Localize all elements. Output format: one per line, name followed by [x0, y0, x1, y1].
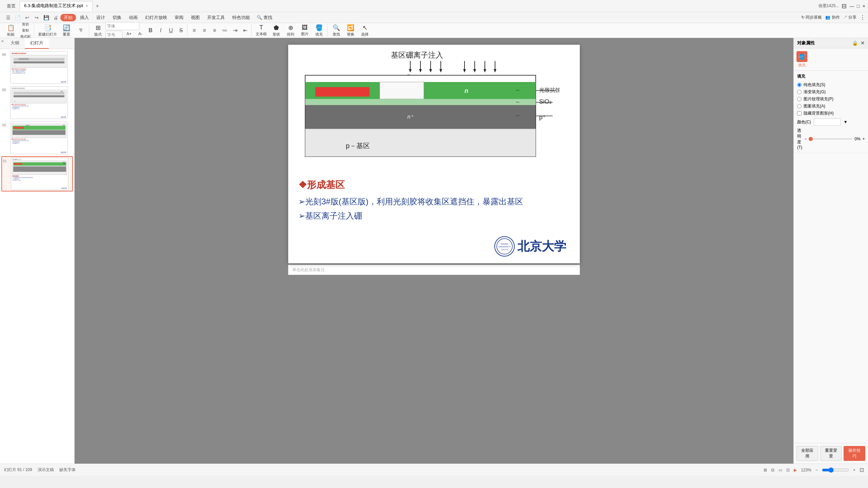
menu-insert[interactable]: 插入 — [77, 13, 92, 22]
undo-icon[interactable]: ↩ — [23, 14, 31, 22]
share-btn[interactable]: ↗ 分享 — [843, 15, 856, 20]
home-tab[interactable]: 首页 — [3, 2, 20, 11]
view-normal-btn[interactable]: ⊞ — [764, 468, 767, 472]
close-btn[interactable]: × — [863, 3, 865, 9]
arrange-btn[interactable]: ⊕ 排列 — [284, 24, 297, 37]
underline-btn[interactable]: U — [166, 26, 176, 35]
transparency-plus[interactable]: + — [863, 137, 865, 141]
section-btn[interactable]: 节 — [74, 24, 87, 37]
rp-fill-btn[interactable]: 🪣 填充 — [796, 51, 807, 68]
zoom-slider[interactable] — [822, 467, 849, 473]
redo-icon[interactable]: ↪ — [33, 14, 41, 22]
minimize-btn[interactable]: — — [849, 3, 854, 9]
paste-btn[interactable]: 📋 粘贴 — [4, 24, 18, 37]
slide-thumb-89[interactable]: 89 形成磷向氧化物阻蚀区 p SiN₄ ◆形成磷向氧化物阻蚀区 ➢大量光刻, … — [1, 86, 73, 120]
menu-start[interactable]: 开始 — [60, 14, 76, 21]
bold-btn[interactable]: B — [146, 26, 155, 35]
file-tab[interactable]: 6.3-集成电路制造工艺技术.ppt × — [20, 1, 93, 11]
view-outline-btn[interactable]: ⊟ — [771, 468, 774, 472]
font-name-input[interactable] — [105, 22, 139, 30]
reset-btn[interactable]: 🔄 重置 — [60, 24, 73, 37]
slide-thumb-91[interactable]: 91 基区硼离子注入 p-基区 — [1, 156, 73, 191]
transparency-slider[interactable] — [809, 138, 852, 140]
select-btn[interactable]: ↖ 选择 — [358, 24, 372, 37]
textbox-btn[interactable]: T 文本框 — [254, 24, 269, 37]
save-icon[interactable]: 💾 — [42, 14, 50, 22]
slide-preview-90: p-基区 SiO₂ 光致基板 ◆形成磷向氧化物阻蚀区 ➢大量光刻, 叠片进入氧化… — [10, 122, 68, 154]
slide-notes[interactable]: 单击此处添加备注 — [288, 265, 580, 275]
menu-review[interactable]: 审阅 — [171, 13, 187, 22]
presentation-mode[interactable]: 演示文稿 — [38, 467, 54, 473]
list-btn[interactable]: ≔ — [220, 26, 230, 35]
replace-btn[interactable]: 🔁 替换 — [344, 24, 357, 37]
align-center-btn[interactable]: ≡ — [200, 26, 209, 35]
apply-all-btn[interactable]: 全部应用 — [796, 446, 818, 461]
solid-fill-option[interactable]: 纯色填充(S) — [797, 82, 865, 88]
hide-bg-option[interactable]: 隐藏背景图形(H) — [797, 110, 865, 116]
hide-bg-checkbox[interactable] — [797, 111, 802, 116]
maximize-btn[interactable]: □ — [857, 3, 860, 9]
increase-indent-btn[interactable]: ⇥ — [230, 26, 240, 35]
pattern-fill-option[interactable]: 图案填充(A) — [797, 103, 865, 109]
slide-thumb-88[interactable]: 88 ◆形成磷向氧化物阻蚀区 p ◆形成磷向氧化物阻蚀区 ➢添加一层氮化硅, 厚… — [1, 50, 73, 84]
collab-btn[interactable]: 👥 协作 — [825, 15, 840, 20]
gradient-fill-option[interactable]: 渐变填充(G) — [797, 89, 865, 95]
copy-btn[interactable]: 复制 — [18, 28, 33, 33]
missing-font[interactable]: 缺失字体 — [59, 467, 76, 473]
zoom-out-btn[interactable]: − — [815, 468, 818, 472]
sync-btn[interactable]: ↻ 同步算账 — [801, 15, 822, 20]
slideshow-btn[interactable]: ▶ — [794, 468, 797, 472]
new-slide-btn[interactable]: 📑 新建幻灯片 — [36, 24, 59, 37]
color-picker[interactable] — [814, 118, 841, 126]
solid-fill-radio[interactable] — [797, 83, 802, 87]
picture-fill-radio[interactable] — [797, 97, 802, 101]
window-icon[interactable]: ⊟ — [842, 2, 847, 10]
increase-font-btn[interactable]: A+ — [124, 31, 134, 39]
strikethrough-btn[interactable]: S — [176, 26, 186, 35]
picture-btn[interactable]: 🖼 图片 — [298, 24, 312, 37]
find-btn[interactable]: 🔍 查找 — [330, 24, 343, 37]
gradient-fill-radio[interactable] — [797, 90, 802, 94]
picture-fill-option[interactable]: 图片纹理填充(P) — [797, 96, 865, 102]
fit-window-btn[interactable]: ⊡ — [860, 467, 864, 473]
menu-developer[interactable]: 开发工具 — [204, 13, 228, 22]
hamburger-menu[interactable]: ☰ — [4, 14, 12, 22]
lock-icon[interactable]: 🔒 — [852, 40, 858, 46]
menu-view[interactable]: 视图 — [188, 13, 203, 22]
outline-tab[interactable]: 大纲 — [5, 38, 25, 49]
color-dropdown-btn[interactable]: ▼ — [844, 120, 848, 124]
shapes-btn[interactable]: ⬟ 形状 — [270, 24, 283, 37]
decrease-indent-btn[interactable]: ⇤ — [240, 26, 250, 35]
decrease-font-btn[interactable]: A- — [136, 31, 145, 39]
fill-btn[interactable]: 🪣 填充 — [312, 24, 326, 37]
menu-design[interactable]: 设计 — [93, 13, 108, 22]
search-btn[interactable]: 🔍 查找 — [254, 14, 275, 21]
slides-tab[interactable]: 幻灯片 — [25, 38, 49, 49]
rp-close-icon[interactable]: ✕ — [861, 40, 865, 46]
view-notes-btn[interactable]: ⊡ — [786, 468, 790, 472]
cut-btn[interactable]: 剪切 — [18, 22, 33, 27]
align-right-btn[interactable]: ≡ — [210, 26, 219, 35]
menu-special[interactable]: 特色功能 — [229, 13, 253, 22]
view-slide-btn[interactable]: ▭ — [778, 468, 782, 472]
menu-transition[interactable]: 切换 — [109, 13, 125, 22]
more-btn[interactable]: ⋮ — [860, 14, 865, 21]
layout-btn[interactable]: ⊞ 版式 — [91, 24, 105, 37]
menu-animation[interactable]: 动画 — [125, 13, 141, 22]
print-icon[interactable]: 🖨 — [52, 14, 60, 22]
collapse-panel-btn[interactable]: « — [0, 38, 5, 49]
reset-btn[interactable]: 重置背景 — [820, 446, 842, 461]
transparency-minus[interactable]: − — [804, 137, 807, 141]
zoom-in-btn[interactable]: + — [853, 468, 855, 472]
new-tab-btn[interactable]: + — [93, 2, 102, 11]
tab-close-btn[interactable]: × — [86, 4, 88, 8]
menu-slideshow[interactable]: 幻灯片放映 — [142, 13, 171, 22]
slide-thumb-90[interactable]: 90 p-基区 SiO₂ 光致基板 — [1, 121, 73, 155]
font-size-input[interactable] — [105, 31, 122, 39]
slide-num-88: 88 — [2, 51, 10, 57]
tips-btn[interactable]: 操作技巧 — [844, 446, 865, 461]
italic-btn[interactable]: I — [156, 26, 165, 35]
file-icon[interactable]: 📄 — [14, 14, 22, 22]
pattern-fill-radio[interactable] — [797, 104, 802, 108]
align-left-btn[interactable]: ≡ — [190, 26, 199, 35]
